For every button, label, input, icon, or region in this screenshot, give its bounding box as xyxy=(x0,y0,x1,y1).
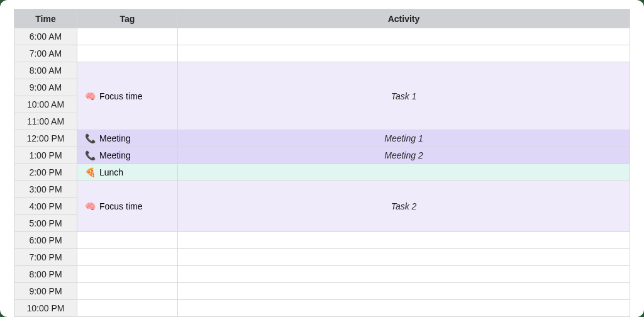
activity-cell-empty xyxy=(178,249,630,266)
time-cell: 1:00 PM xyxy=(14,147,77,164)
time-cell: 8:00 PM xyxy=(14,266,77,283)
table-row: 2:00 PM 🍕Lunch xyxy=(14,164,630,181)
header-tag: Tag xyxy=(77,9,178,28)
table-row: 12:00 PM 📞Meeting Meeting 1 xyxy=(14,130,630,147)
header-row: Time Tag Activity xyxy=(14,9,630,28)
table-row: 8:00 AM 🧠Focus time Task 1 xyxy=(14,62,630,79)
tag-cell-empty xyxy=(77,45,178,62)
activity-cell-empty xyxy=(178,300,630,317)
tag-cell-empty xyxy=(77,232,178,249)
time-cell: 10:00 AM xyxy=(14,96,77,113)
tag-cell-focus: 🧠Focus time xyxy=(77,181,178,232)
tag-label: Meeting xyxy=(99,133,131,143)
tag-label: Lunch xyxy=(99,167,123,177)
time-cell: 12:00 PM xyxy=(14,130,77,147)
tag-label: Focus time xyxy=(99,91,142,101)
activity-cell-focus: Task 2 xyxy=(178,181,630,232)
tag-cell-empty xyxy=(77,283,178,300)
activity-cell-empty xyxy=(178,283,630,300)
table-row: 6:00 PM xyxy=(14,232,630,249)
tag-cell-empty xyxy=(77,28,178,45)
table-row: 9:00 PM xyxy=(14,283,630,300)
time-cell: 7:00 PM xyxy=(14,249,77,266)
tag-cell-empty xyxy=(77,266,178,283)
tag-label: Meeting xyxy=(99,150,131,160)
table-row: 7:00 PM xyxy=(14,249,630,266)
activity-cell-empty xyxy=(178,266,630,283)
table-row: 6:00 AM xyxy=(14,28,630,45)
activity-cell-meeting: Meeting 1 xyxy=(178,130,630,147)
time-cell: 4:00 PM xyxy=(14,198,77,215)
time-cell: 9:00 PM xyxy=(14,283,77,300)
tag-label: Focus time xyxy=(99,201,142,211)
time-cell: 5:00 PM xyxy=(14,215,77,232)
time-cell: 11:00 AM xyxy=(14,113,77,130)
time-cell: 2:00 PM xyxy=(14,164,77,181)
time-cell: 7:00 AM xyxy=(14,45,77,62)
table-row: 1:00 PM 📞Meeting Meeting 2 xyxy=(14,147,630,164)
activity-cell-empty xyxy=(178,232,630,249)
activity-cell-empty xyxy=(178,45,630,62)
tag-cell-empty xyxy=(77,249,178,266)
phone-icon: 📞 xyxy=(85,133,96,143)
activity-cell-focus: Task 1 xyxy=(178,62,630,130)
phone-icon: 📞 xyxy=(85,150,96,160)
time-cell: 6:00 PM xyxy=(14,232,77,249)
table-row: 10:00 PM xyxy=(14,300,630,317)
time-cell: 10:00 PM xyxy=(14,300,77,317)
table-row: 8:00 PM xyxy=(14,266,630,283)
schedule-card: Time Tag Activity 6:00 AM 7:00 AM 8:00 A… xyxy=(0,0,644,317)
brain-icon: 🧠 xyxy=(85,91,96,101)
pizza-icon: 🍕 xyxy=(85,167,96,177)
table-row: 7:00 AM xyxy=(14,45,630,62)
activity-cell-empty xyxy=(178,28,630,45)
time-cell: 3:00 PM xyxy=(14,181,77,198)
time-cell: 8:00 AM xyxy=(14,62,77,79)
activity-cell-lunch xyxy=(178,164,630,181)
time-cell: 6:00 AM xyxy=(14,28,77,45)
tag-cell-focus: 🧠Focus time xyxy=(77,62,178,130)
table-row: 3:00 PM 🧠Focus time Task 2 xyxy=(14,181,630,198)
time-cell: 9:00 AM xyxy=(14,79,77,96)
tag-cell-empty xyxy=(77,300,178,317)
header-activity: Activity xyxy=(178,9,630,28)
tag-cell-meeting: 📞Meeting xyxy=(77,147,178,164)
tag-cell-lunch: 🍕Lunch xyxy=(77,164,178,181)
header-time: Time xyxy=(14,9,77,28)
brain-icon: 🧠 xyxy=(85,201,96,211)
activity-cell-meeting: Meeting 2 xyxy=(178,147,630,164)
schedule-table: Time Tag Activity 6:00 AM 7:00 AM 8:00 A… xyxy=(14,9,630,317)
tag-cell-meeting: 📞Meeting xyxy=(77,130,178,147)
